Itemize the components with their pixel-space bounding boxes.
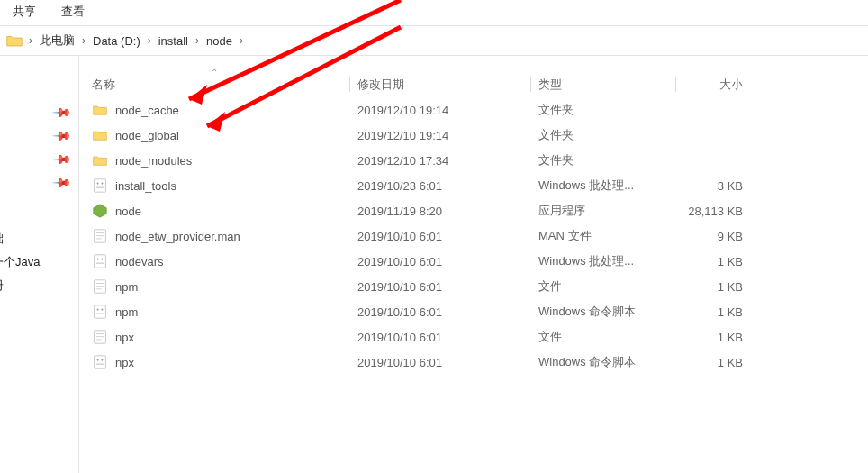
file-type: Windows 批处理... — [531, 253, 675, 269]
svg-rect-23 — [96, 336, 104, 337]
svg-point-26 — [97, 359, 99, 361]
file-row[interactable]: npm2019/10/10 6:01文件1 KB — [79, 274, 868, 299]
pin-icon[interactable]: 📌 — [51, 124, 72, 145]
address-bar[interactable]: › 此电脑 › Data (D:) › install › node › — [0, 25, 868, 56]
file-icon — [92, 329, 108, 345]
chevron-right-icon[interactable]: › — [25, 34, 36, 47]
sidebar-item[interactable]: 期 — [0, 297, 40, 321]
file-name: node_global — [115, 129, 179, 142]
file-icon — [92, 228, 108, 244]
file-row[interactable]: node_modules2019/12/10 17:34文件夹 — [79, 148, 868, 173]
svg-point-2 — [101, 183, 103, 185]
file-list-panel: ⌃ 名称 修改日期 类型 大小 node_cache2019/12/10 19:… — [79, 56, 868, 473]
file-row[interactable]: node_etw_provider.man2019/10/10 6:01MAN … — [79, 223, 868, 249]
column-type[interactable]: 类型 — [531, 77, 675, 93]
file-type: 文件夹 — [531, 102, 675, 118]
file-type: 文件 — [531, 278, 675, 295]
file-size: 3 KB — [676, 179, 766, 193]
file-icon — [92, 278, 108, 295]
svg-rect-8 — [96, 238, 102, 239]
file-row[interactable]: npm2019/10/10 6:01Windows 命令脚本1 KB — [79, 299, 868, 324]
file-type: 文件 — [531, 329, 675, 345]
file-row[interactable]: node2019/11/19 8:20应用程序28,113 KB — [79, 198, 868, 223]
crumb-node[interactable]: node — [204, 32, 234, 50]
file-name: npm — [115, 305, 138, 319]
file-name: npx — [115, 356, 134, 369]
svg-point-18 — [97, 309, 99, 311]
file-row[interactable]: node_cache2019/12/10 19:14文件夹 — [79, 97, 868, 123]
svg-rect-17 — [95, 305, 106, 318]
file-date: 2019/10/10 6:01 — [350, 331, 530, 344]
sidebar-item[interactable]: 主册 — [0, 274, 40, 297]
file-date: 2019/12/10 19:14 — [350, 129, 530, 142]
file-date: 2019/10/10 6:01 — [350, 280, 530, 294]
file-name: node_modules — [115, 154, 192, 168]
pin-icon[interactable]: 📌 — [51, 101, 72, 122]
file-row[interactable]: npx2019/10/10 6:01文件1 KB — [79, 324, 868, 350]
column-name-label: 名称 — [92, 77, 115, 91]
svg-rect-24 — [96, 339, 102, 340]
ribbon-tabs: 共享 查看 — [0, 0, 868, 25]
sidebar-item[interactable]: 基础 — [0, 227, 40, 250]
tab-view[interactable]: 查看 — [61, 4, 85, 20]
file-size: 1 KB — [676, 331, 766, 344]
crumb-drive[interactable]: Data (D:) — [91, 32, 142, 50]
file-size: 28,113 KB — [676, 205, 766, 218]
chevron-right-icon[interactable]: › — [192, 34, 203, 47]
svg-rect-20 — [96, 314, 104, 314]
file-rows: node_cache2019/12/10 19:14文件夹node_global… — [79, 97, 868, 375]
pin-icon[interactable]: 📌 — [51, 148, 72, 168]
navigation-pane[interactable]: 📌 📌 📌 📌 基础 第一个Java 主册 期 — [0, 56, 79, 473]
column-date[interactable]: 修改日期 — [350, 77, 530, 93]
file-type: Windows 命令脚本 — [531, 354, 675, 370]
file-size: 9 KB — [676, 230, 766, 243]
file-type: 文件夹 — [531, 127, 675, 143]
file-type: 应用程序 — [531, 203, 675, 219]
column-name[interactable]: ⌃ 名称 — [79, 77, 349, 93]
folder-icon — [92, 102, 108, 118]
file-name: node — [115, 205, 141, 218]
bat-icon — [92, 253, 108, 269]
file-name: npm — [115, 280, 138, 294]
svg-rect-16 — [96, 288, 102, 289]
cmd-icon — [92, 304, 108, 320]
file-type: MAN 文件 — [531, 228, 675, 244]
file-name: node_cache — [115, 104, 179, 117]
exe-icon — [92, 203, 108, 219]
pin-icon[interactable]: 📌 — [51, 171, 72, 192]
crumb-this-pc[interactable]: 此电脑 — [38, 31, 77, 50]
file-date: 2019/10/10 6:01 — [350, 305, 530, 319]
svg-rect-9 — [95, 255, 106, 268]
columns-header: ⌃ 名称 修改日期 类型 大小 — [79, 72, 868, 97]
svg-rect-25 — [95, 356, 106, 368]
file-name: install_tools — [115, 179, 176, 193]
file-row[interactable]: node_global2019/12/10 19:14文件夹 — [79, 123, 868, 148]
folder-icon — [92, 127, 108, 143]
svg-rect-0 — [95, 179, 106, 192]
svg-rect-3 — [96, 187, 104, 188]
crumb-install[interactable]: install — [157, 32, 190, 50]
svg-rect-28 — [96, 364, 104, 365]
svg-point-10 — [97, 259, 99, 260]
column-size[interactable]: 大小 — [676, 77, 766, 93]
file-date: 2019/11/19 8:20 — [350, 205, 530, 218]
svg-rect-6 — [96, 232, 104, 233]
file-name: nodevars — [115, 255, 163, 268]
file-size: 1 KB — [676, 305, 766, 319]
file-date: 2019/12/10 19:14 — [350, 104, 530, 117]
chevron-right-icon[interactable]: › — [236, 34, 247, 47]
svg-point-19 — [101, 309, 103, 311]
file-name: npx — [115, 331, 134, 344]
folder-nav-icon — [5, 32, 23, 49]
tab-share[interactable]: 共享 — [13, 4, 36, 20]
file-type: Windows 批处理... — [531, 177, 675, 194]
svg-rect-22 — [96, 333, 104, 334]
file-date: 2019/10/10 6:01 — [350, 230, 530, 243]
file-row[interactable]: nodevars2019/10/10 6:01Windows 批处理...1 K… — [79, 249, 868, 274]
sidebar-item[interactable]: 第一个Java — [0, 250, 40, 274]
svg-rect-7 — [96, 235, 104, 236]
file-row[interactable]: install_tools2019/10/23 6:01Windows 批处理.… — [79, 173, 868, 198]
chevron-right-icon[interactable]: › — [78, 34, 89, 47]
file-row[interactable]: npx2019/10/10 6:01Windows 命令脚本1 KB — [79, 350, 868, 375]
chevron-right-icon[interactable]: › — [144, 34, 155, 47]
